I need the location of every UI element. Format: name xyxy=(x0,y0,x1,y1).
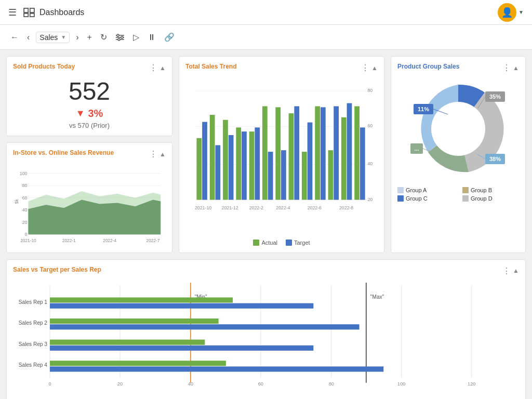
svg-text:Sales Rep 4: Sales Rep 4 xyxy=(19,362,48,368)
svg-text:2022-7: 2022-7 xyxy=(147,238,160,243)
svg-point-69 xyxy=(431,102,485,156)
trend-menu[interactable]: ⋮ xyxy=(361,63,369,73)
svg-rect-3 xyxy=(30,13,34,16)
trend-header: Total Sales Trend ⋮ ▲ xyxy=(185,63,378,73)
svg-rect-39 xyxy=(210,115,215,200)
svg-text:40: 40 xyxy=(368,161,373,166)
svg-rect-58 xyxy=(334,106,339,200)
add-button[interactable]: + xyxy=(85,31,94,44)
svg-text:60: 60 xyxy=(258,381,263,387)
instore-chart: $k 0 20 40 60 80 100 xyxy=(13,163,166,245)
salesrep-collapse[interactable]: ▲ xyxy=(513,267,519,274)
svg-rect-62 xyxy=(360,127,365,200)
instore-panel: In-Store vs. Online Sales Revenue ⋮ ▲ $k xyxy=(6,142,172,253)
salesrep-menu[interactable]: ⋮ xyxy=(502,266,511,276)
instore-collapse[interactable]: ▲ xyxy=(159,151,166,158)
svg-text:20: 20 xyxy=(368,197,373,202)
svg-text:20: 20 xyxy=(117,381,123,387)
prev-button[interactable]: ‹ xyxy=(25,31,32,44)
filter-button[interactable] xyxy=(113,31,127,44)
instore-title: In-Store vs. Online Sales Revenue xyxy=(13,149,114,156)
svg-text:0: 0 xyxy=(48,381,51,387)
svg-rect-94 xyxy=(50,297,233,302)
kpi-menu[interactable]: ⋮ xyxy=(149,63,157,73)
actual-legend-label: Actual xyxy=(261,240,277,246)
svg-text:2021-10: 2021-10 xyxy=(20,238,36,243)
kpi-panel-header: Sold Products Today ⋮ ▲ xyxy=(13,63,166,73)
user-avatar[interactable]: 👤 xyxy=(498,3,516,22)
svg-text:35%: 35% xyxy=(489,94,501,100)
donut-chart: 11% 35% 38% ... xyxy=(406,77,510,181)
kpi-collapse[interactable]: ▲ xyxy=(159,64,166,72)
svg-rect-40 xyxy=(215,145,220,200)
target-legend-box xyxy=(286,240,292,246)
svg-rect-54 xyxy=(308,123,313,200)
svg-rect-41 xyxy=(223,120,228,200)
refresh-button[interactable]: ↻ xyxy=(98,30,109,44)
svg-text:40: 40 xyxy=(188,381,193,387)
page-title: Dashboards xyxy=(39,8,498,17)
toolbar: ← ‹ Sales ▼ › + ↻ ▷ ⏸ 🔗 xyxy=(0,25,532,50)
donut-legend: Group A Group B Group C Group D xyxy=(397,187,519,202)
svg-text:Sales Rep 3: Sales Rep 3 xyxy=(19,341,48,347)
svg-rect-53 xyxy=(302,152,307,200)
donut-menu[interactable]: ⋮ xyxy=(502,63,511,73)
avatar-caret: ▼ xyxy=(518,9,524,15)
svg-rect-57 xyxy=(328,150,334,200)
group-a-legend: Group A xyxy=(397,187,454,193)
group-c-box xyxy=(397,195,404,202)
actual-legend: Actual xyxy=(253,240,277,246)
donut-panel: Product Group Sales ⋮ ▲ xyxy=(391,56,526,253)
donut-collapse[interactable]: ▲ xyxy=(513,64,519,72)
svg-text:0: 0 xyxy=(25,232,28,237)
svg-text:Sales Rep 1: Sales Rep 1 xyxy=(19,299,48,304)
dashboard-selector[interactable]: Sales ▼ xyxy=(36,32,70,43)
svg-rect-56 xyxy=(321,107,326,200)
svg-rect-45 xyxy=(249,131,255,200)
header: ☰ Dashboards 👤 ▼ xyxy=(0,0,532,25)
dashboard-name: Sales xyxy=(39,33,58,42)
svg-text:80: 80 xyxy=(22,183,28,188)
svg-rect-98 xyxy=(50,324,360,329)
salesrep-panel: Sales vs Target per Sales Rep ⋮ ▲ "Min" … xyxy=(6,259,526,399)
svg-rect-104 xyxy=(50,366,383,371)
svg-text:Sales Rep 2: Sales Rep 2 xyxy=(19,320,48,326)
svg-text:2022-1: 2022-1 xyxy=(62,238,76,243)
svg-text:2021-10: 2021-10 xyxy=(195,205,211,210)
salesrep-chart: "Min" "Max" Sales Rep 1 Sales Rep 2 Sale… xyxy=(13,280,519,396)
svg-text:38%: 38% xyxy=(489,156,501,162)
kpi-title: Sold Products Today xyxy=(13,63,75,70)
svg-rect-101 xyxy=(50,345,313,351)
svg-rect-51 xyxy=(289,113,294,200)
trend-collapse[interactable]: ▲ xyxy=(371,64,378,72)
instore-menu[interactable]: ⋮ xyxy=(149,149,157,159)
menu-icon[interactable]: ☰ xyxy=(8,7,17,18)
svg-text:100: 100 xyxy=(20,171,28,176)
svg-text:80: 80 xyxy=(368,88,373,93)
svg-text:60: 60 xyxy=(368,123,373,128)
svg-rect-44 xyxy=(242,131,247,200)
group-c-label: Group C xyxy=(406,195,428,202)
svg-rect-61 xyxy=(354,106,360,200)
svg-text:$k: $k xyxy=(14,199,19,204)
play-button[interactable]: ▷ xyxy=(131,30,141,44)
svg-text:"Max": "Max" xyxy=(370,294,384,299)
svg-rect-1 xyxy=(30,8,34,12)
svg-rect-48 xyxy=(268,152,273,200)
link-button[interactable]: 🔗 xyxy=(162,30,177,44)
svg-point-9 xyxy=(118,38,120,41)
target-legend-label: Target xyxy=(294,240,310,246)
next-button[interactable]: › xyxy=(74,31,81,44)
svg-text:2022-8: 2022-8 xyxy=(339,205,353,210)
group-d-legend: Group D xyxy=(462,195,519,202)
svg-text:...: ... xyxy=(414,145,419,152)
dashboard-icon xyxy=(23,8,35,17)
svg-text:2021-12: 2021-12 xyxy=(222,205,238,210)
group-b-label: Group B xyxy=(471,187,492,193)
svg-text:2022-6: 2022-6 xyxy=(308,205,322,210)
group-b-legend: Group B xyxy=(462,187,519,193)
back-button[interactable]: ← xyxy=(8,31,21,44)
svg-rect-60 xyxy=(347,103,352,200)
pause-button[interactable]: ⏸ xyxy=(145,31,158,44)
svg-text:11%: 11% xyxy=(418,106,429,112)
